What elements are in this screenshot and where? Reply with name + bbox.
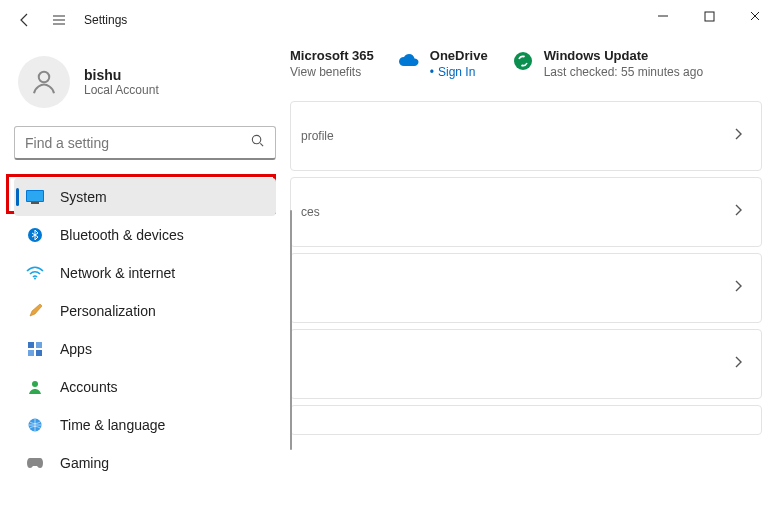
person-icon: [26, 378, 44, 396]
window-title: Settings: [84, 13, 127, 27]
sidebar-item-apps[interactable]: Apps: [14, 330, 276, 368]
titlebar: Settings: [0, 0, 778, 40]
card-windows-update[interactable]: Windows Update Last checked: 55 minutes …: [512, 48, 703, 79]
svg-point-14: [514, 52, 532, 70]
card-title: OneDrive: [430, 48, 488, 63]
sidebar-item-gaming[interactable]: Gaming: [14, 444, 276, 482]
maximize-button[interactable]: [686, 0, 732, 32]
sidebar-item-label: Personalization: [60, 303, 156, 319]
nav-list: System Bluetooth & devices Network & int…: [14, 178, 276, 482]
gamepad-icon: [26, 454, 44, 472]
sync-icon: [512, 50, 534, 72]
chevron-right-icon: [734, 127, 743, 145]
user-name: bishu: [84, 67, 159, 83]
sidebar-item-network[interactable]: Network & internet: [14, 254, 276, 292]
svg-rect-5: [31, 202, 39, 204]
bluetooth-icon: [26, 226, 44, 244]
list-item[interactable]: [290, 329, 762, 399]
card-sub[interactable]: •Sign In: [430, 65, 488, 79]
sidebar: bishu Local Account System Bl: [0, 40, 290, 514]
sidebar-item-label: Time & language: [60, 417, 165, 433]
sidebar-item-bluetooth[interactable]: Bluetooth & devices: [14, 216, 276, 254]
svg-rect-8: [28, 342, 34, 348]
minimize-button[interactable]: [640, 0, 686, 32]
menu-icon[interactable]: [50, 11, 68, 29]
list-item-text: profile: [301, 129, 334, 143]
card-sub: View benefits: [290, 65, 374, 79]
sidebar-item-label: Apps: [60, 341, 92, 357]
sidebar-item-label: Gaming: [60, 455, 109, 471]
svg-rect-4: [27, 191, 43, 201]
list-item[interactable]: profile: [290, 101, 762, 171]
search-icon[interactable]: [250, 133, 265, 152]
sidebar-item-system[interactable]: System: [14, 178, 276, 216]
sidebar-item-accounts[interactable]: Accounts: [14, 368, 276, 406]
cloud-icon: [398, 50, 420, 72]
svg-rect-10: [28, 350, 34, 356]
settings-list: profile ces: [290, 101, 778, 435]
globe-clock-icon: [26, 416, 44, 434]
sidebar-item-label: Accounts: [60, 379, 118, 395]
card-onedrive[interactable]: OneDrive •Sign In: [398, 48, 488, 79]
svg-point-7: [34, 278, 36, 280]
search-input[interactable]: [25, 135, 250, 151]
card-sub: Last checked: 55 minutes ago: [544, 65, 703, 79]
sidebar-item-label: Network & internet: [60, 265, 175, 281]
svg-point-2: [252, 135, 260, 143]
close-button[interactable]: [732, 0, 778, 32]
wifi-icon: [26, 264, 44, 282]
system-icon: [26, 188, 44, 206]
top-cards: Microsoft 365 View benefits OneDrive •Si…: [290, 42, 778, 95]
chevron-right-icon: [734, 279, 743, 297]
user-account-type: Local Account: [84, 83, 159, 97]
list-item[interactable]: [290, 405, 762, 435]
back-icon[interactable]: [16, 11, 34, 29]
svg-rect-11: [36, 350, 42, 356]
sidebar-item-time-language[interactable]: Time & language: [14, 406, 276, 444]
chevron-right-icon: [734, 203, 743, 221]
sidebar-item-label: System: [60, 189, 107, 205]
svg-rect-9: [36, 342, 42, 348]
apps-icon: [26, 340, 44, 358]
avatar: [18, 56, 70, 108]
sidebar-item-personalization[interactable]: Personalization: [14, 292, 276, 330]
search-box[interactable]: [14, 126, 276, 160]
svg-rect-0: [705, 12, 714, 21]
card-title: Microsoft 365: [290, 48, 374, 63]
card-title: Windows Update: [544, 48, 703, 63]
sidebar-item-label: Bluetooth & devices: [60, 227, 184, 243]
paintbrush-icon: [26, 302, 44, 320]
scrollbar[interactable]: [290, 210, 292, 450]
user-block[interactable]: bishu Local Account: [14, 52, 276, 126]
card-microsoft-365[interactable]: Microsoft 365 View benefits: [290, 48, 374, 79]
main-panel: Microsoft 365 View benefits OneDrive •Si…: [290, 40, 778, 514]
list-item[interactable]: [290, 253, 762, 323]
list-item[interactable]: ces: [290, 177, 762, 247]
svg-point-12: [32, 381, 38, 387]
svg-point-1: [39, 72, 50, 83]
list-item-text: ces: [301, 205, 320, 219]
chevron-right-icon: [734, 355, 743, 373]
